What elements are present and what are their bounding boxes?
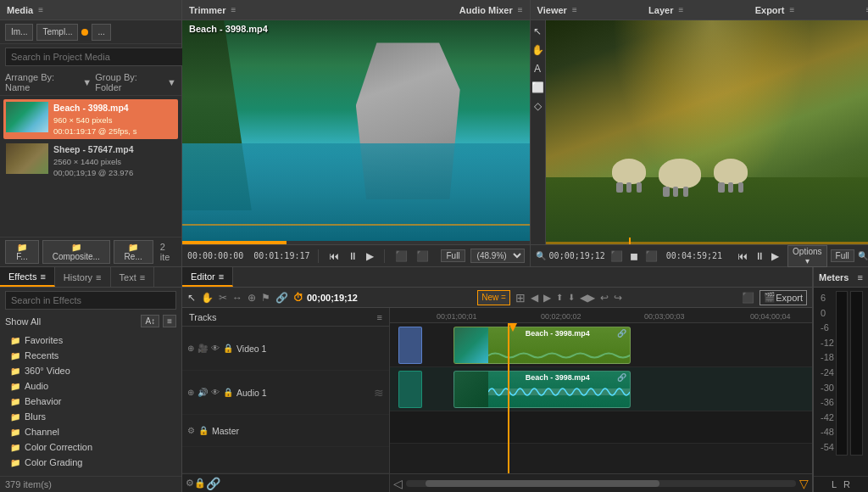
viewer-full-btn[interactable]: Full — [831, 249, 854, 262]
export-btn[interactable]: 🎬 Export — [760, 290, 807, 305]
media-item-sheep[interactable]: Sheep - 57647.mp4 2560 × 1440 pixels 00;… — [3, 141, 178, 181]
media-panel-title: Media — [7, 5, 33, 15]
trimmer-full-btn[interactable]: Full — [441, 249, 465, 262]
waveform-icon: ≋ — [374, 386, 384, 400]
timeline-scrollbar[interactable] — [406, 480, 796, 487]
ruler-mark-1: 00;02;00;02 — [541, 312, 581, 321]
effects-item-color-correction[interactable]: 📁 Color Correction — [0, 439, 181, 455]
hand-tool[interactable]: ✋ — [531, 42, 546, 58]
tracks-menu-btn[interactable]: ≡ — [377, 312, 382, 322]
folder-f-btn[interactable]: 📁 F... — [5, 240, 39, 264]
sort-list-btn[interactable]: ≡ — [163, 315, 176, 327]
media-meta-sheep-1: 2560 × 1440 pixels — [53, 156, 134, 167]
sort-az-btn[interactable]: A↕ — [141, 315, 159, 327]
icon-btn-1[interactable]: ⊞ — [515, 291, 526, 305]
sheep-3 — [714, 159, 748, 184]
audio-track-eye-btn[interactable]: 👁 — [211, 388, 220, 397]
viewer-timecode: 00;00;19;12 — [549, 251, 605, 260]
play-btn[interactable]: ▶ — [364, 249, 376, 264]
tab-text[interactable]: Text ≡ — [111, 267, 155, 287]
effects-item-channel[interactable]: 📁 Channel — [0, 424, 181, 439]
effects-item-favorites[interactable]: 📁 Favorites — [0, 333, 181, 348]
layer-menu-icon: ≡ — [678, 5, 683, 14]
timeline-zoom-out-btn[interactable]: ◁ — [393, 477, 403, 490]
audio-clip-beach[interactable]: Beach - 3998.mp4 🔗 — [453, 371, 631, 408]
text-tool[interactable]: A — [532, 61, 542, 76]
viewer-play[interactable]: ▶ — [770, 249, 781, 264]
folder-icon-color-correction: 📁 — [10, 443, 20, 452]
tracks-scroll-btn[interactable]: ⚙ — [186, 478, 194, 489]
divider2 — [384, 249, 385, 263]
master-settings-btn[interactable]: ⚙ — [187, 426, 195, 435]
mark-out-btn[interactable]: ⬛ — [415, 249, 431, 264]
tab-editor[interactable]: Editor ≡ — [182, 267, 233, 287]
video-track-lock-btn[interactable]: 🔒 — [223, 344, 233, 353]
timeline-link-btn[interactable]: ▽ — [799, 477, 809, 490]
razor-tool-btn[interactable]: ✂ — [219, 292, 227, 304]
tracks-lock-all-btn[interactable]: 🔒 — [194, 478, 206, 489]
media-more-button[interactable]: ... — [92, 24, 110, 41]
go-start-btn[interactable]: ⏮ — [327, 249, 341, 264]
audio-track-lock-btn[interactable]: 🔒 — [223, 388, 233, 397]
icon-btn-5[interactable]: ⬇ — [568, 293, 575, 302]
viewer-step-back[interactable]: ⏸ — [753, 249, 766, 264]
media-search-input[interactable] — [5, 48, 186, 66]
master-lock-btn[interactable]: 🔒 — [198, 426, 209, 435]
viewer-mark-out-btn[interactable]: ⬛ — [643, 249, 659, 264]
video-track-add-btn[interactable]: ⊕ — [187, 344, 194, 353]
icon-btn-7[interactable]: ↩ — [600, 292, 609, 304]
tab-history[interactable]: History ≡ — [55, 267, 111, 287]
effects-search-input[interactable] — [5, 291, 176, 310]
audio-connector-clip[interactable] — [398, 371, 422, 408]
viewer-mark-in-btn[interactable]: ⬛ — [609, 249, 625, 264]
sheep-group — [612, 159, 748, 188]
icon-btn-3[interactable]: ▶ — [543, 292, 551, 304]
link-tool-btn[interactable]: 🔗 — [275, 292, 288, 304]
effects-item-recents[interactable]: 📁 Recents — [0, 348, 181, 363]
meter-label-neg12: -12 — [821, 336, 834, 351]
effects-item-360[interactable]: 📁 360° Video — [0, 363, 181, 378]
folder-re-btn[interactable]: 📁 Re... — [114, 240, 153, 264]
trimmer-panel-header: Trimmer ≡ Audio Mixer ≡ — [182, 0, 530, 20]
magnet-tool-btn[interactable]: ⊕ — [248, 292, 256, 304]
slip-tool-btn[interactable]: ↔ — [232, 292, 242, 304]
import-button[interactable]: Im... — [5, 24, 33, 41]
effects-item-behavior[interactable]: 📁 Behavior — [0, 394, 181, 409]
icon-btn-9[interactable]: ⬛ — [742, 292, 754, 304]
meter-channel-r: R — [843, 479, 850, 489]
new-sequence-btn[interactable]: New = — [477, 290, 510, 305]
shape-tool[interactable]: ◇ — [532, 98, 543, 114]
icon-btn-8[interactable]: ↪ — [614, 292, 622, 304]
editor-timecode: 00;00;19;12 — [307, 293, 358, 303]
effects-item-blurs[interactable]: 📁 Blurs — [0, 409, 181, 424]
flag-tool-btn[interactable]: ⚑ — [261, 292, 270, 304]
viewer-clip-btn[interactable]: ◼ — [628, 249, 640, 264]
tab-effects[interactable]: Effects ≡ — [0, 267, 55, 287]
icon-btn-4[interactable]: ⬆ — [556, 293, 563, 302]
icon-btn-2[interactable]: ◀ — [531, 292, 538, 304]
trimmer-zoom-select[interactable]: (48.9%) — [470, 249, 525, 263]
video-connector-clip[interactable] — [398, 327, 422, 364]
timeline-playhead — [508, 323, 509, 473]
audio-track-add-btn[interactable]: ⊕ — [187, 388, 194, 397]
mark-in-btn[interactable]: ⬛ — [393, 249, 409, 264]
media-item-beach[interactable]: Beach - 3998.mp4 960 × 540 pixels 00:01:… — [3, 99, 178, 139]
video-track-eye-btn[interactable]: 👁 — [211, 344, 220, 353]
crop-tool[interactable]: ⬜ — [531, 80, 546, 95]
video-clip-beach[interactable]: Beach - 3998.mp4 🔗 — [453, 327, 631, 364]
video-track-name: Video 1 — [236, 344, 384, 354]
folder-composite-btn[interactable]: 📁 Composite... — [42, 240, 110, 264]
effects-item-color-grading[interactable]: 📁 Color Grading — [0, 455, 181, 470]
effects-item-audio[interactable]: 📁 Audio — [0, 378, 181, 394]
track-row-audio: ⊕ 🔊 👁 🔒 Audio 1 ≋ — [182, 371, 389, 415]
step-back-btn[interactable]: ⏸ — [346, 249, 359, 264]
hand-tool-btn[interactable]: ✋ — [201, 292, 214, 304]
template-button[interactable]: Templ... — [36, 24, 78, 41]
viewer-options-btn[interactable]: Options ▾ — [787, 245, 826, 267]
viewer-go-start[interactable]: ⏮ — [736, 249, 749, 264]
editor-header: ↖ ✋ ✂ ↔ ⊕ ⚑ 🔗 ⏱ 00;00;19;12 New = ⊞ ◀ ▶ … — [182, 288, 812, 308]
media-toolbar: Im... Templ... ... — [0, 20, 181, 44]
icon-btn-6[interactable]: ◀▶ — [580, 292, 595, 304]
select-tool-btn[interactable]: ↖ — [187, 292, 196, 304]
pointer-tool[interactable]: ↖ — [531, 24, 543, 39]
